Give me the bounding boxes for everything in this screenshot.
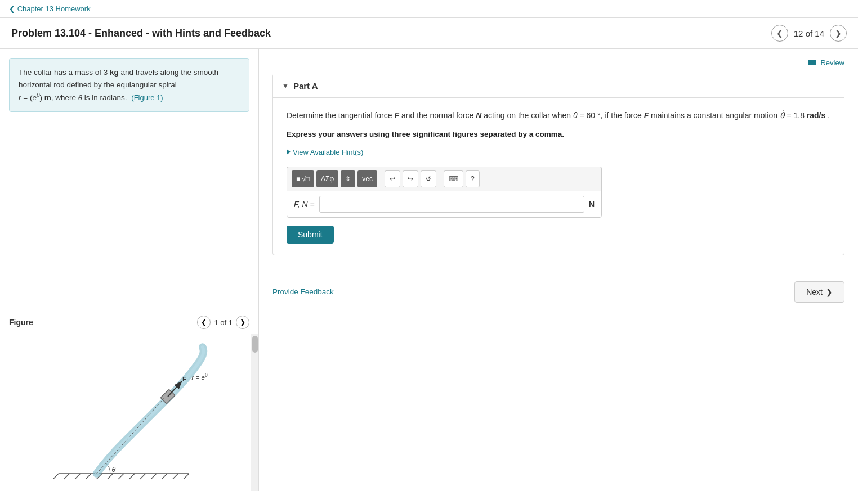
toolbar-separator-2	[440, 173, 440, 185]
reset-icon: ↺	[426, 175, 431, 183]
keyboard-icon: ⌨	[449, 175, 458, 183]
chapter-breadcrumb[interactable]: Chapter 13 Homework	[9, 4, 91, 13]
part-a-header[interactable]: ▼ Part A	[273, 74, 844, 98]
right-panel: Review ▼ Part A Determine the tangential…	[259, 49, 858, 491]
arrows-button[interactable]: ⇕	[341, 170, 355, 187]
undo-icon: ↩	[390, 175, 395, 183]
arrows-icon: ⇕	[345, 175, 351, 183]
greek-button[interactable]: AΣφ	[316, 170, 338, 187]
page-count: 12 of 14	[794, 29, 824, 38]
figure-image: θ r r = eθ F	[0, 334, 258, 491]
hint-link[interactable]: View Available Hint(s)	[287, 148, 363, 156]
answer-toolbar: ■ √□ AΣφ ⇕ vec	[287, 166, 602, 191]
next-button[interactable]: Next ❯	[794, 281, 844, 303]
answer-row: F, N = N	[287, 191, 602, 218]
part-question: Determine the tangential force F and the…	[287, 109, 830, 122]
problem-description: The collar has a mass of 3 kg and travel…	[9, 58, 249, 112]
review-icon	[808, 60, 816, 65]
help-icon: ?	[471, 175, 475, 183]
problem-title: Problem 13.104 - Enhanced - with Hints a…	[11, 28, 271, 39]
figure-link[interactable]: (Figure 1)	[131, 93, 163, 102]
provide-feedback-link[interactable]: Provide Feedback	[272, 287, 334, 296]
svg-text:F: F	[182, 376, 186, 382]
submit-button[interactable]: Submit	[287, 226, 334, 244]
part-express: Express your answers using three signifi…	[287, 130, 830, 138]
left-panel: The collar has a mass of 3 kg and travel…	[0, 49, 259, 491]
svg-rect-0	[15, 334, 244, 491]
next-problem-button[interactable]: ❯	[830, 25, 847, 42]
vec-button[interactable]: vec	[358, 170, 377, 187]
review-link[interactable]: Review	[808, 58, 844, 67]
matrix-button[interactable]: ■ √□	[292, 170, 314, 187]
greek-icon: AΣφ	[321, 175, 334, 183]
part-a-body: Determine the tangential force F and the…	[273, 98, 844, 255]
matrix-icon: ■	[296, 175, 300, 183]
part-a-section: ▼ Part A Determine the tangential force …	[272, 74, 844, 255]
bottom-row: Provide Feedback Next ❯	[272, 272, 844, 303]
undo-button[interactable]: ↩	[385, 170, 400, 187]
answer-input[interactable]	[319, 196, 584, 213]
toolbar-separator-1	[381, 173, 381, 185]
figure-prev-button[interactable]: ❮	[197, 316, 211, 329]
hint-triangle-icon	[287, 149, 291, 155]
problem-navigation: ❮ 12 of 14 ❯	[771, 25, 847, 42]
redo-icon: ↪	[408, 175, 413, 183]
keyboard-button[interactable]: ⌨	[444, 170, 463, 187]
reset-button[interactable]: ↺	[421, 170, 436, 187]
figure-title: Figure	[9, 318, 33, 327]
figure-next-button[interactable]: ❯	[236, 316, 249, 329]
help-button[interactable]: ?	[466, 170, 480, 187]
next-chevron-icon: ❯	[826, 287, 833, 296]
prev-problem-button[interactable]: ❮	[771, 25, 788, 42]
part-chevron-icon: ▼	[282, 82, 289, 90]
sqrt-icon: √□	[302, 175, 310, 183]
svg-text:θ: θ	[112, 466, 116, 474]
figure-section: Figure ❮ 1 of 1 ❯	[0, 310, 258, 491]
redo-button[interactable]: ↪	[403, 170, 418, 187]
answer-unit: N	[589, 200, 595, 209]
figure-nav: ❮ 1 of 1 ❯	[197, 316, 249, 329]
answer-label: F, N =	[294, 200, 315, 209]
description-math: r = (eθ) m, where θ is in radians.	[19, 93, 129, 102]
part-a-label: Part A	[293, 81, 318, 91]
figure-count: 1 of 1	[214, 318, 233, 327]
description-text: The collar has a mass of 3 kg and travel…	[19, 68, 218, 89]
figure-scrollbar[interactable]	[251, 334, 258, 491]
